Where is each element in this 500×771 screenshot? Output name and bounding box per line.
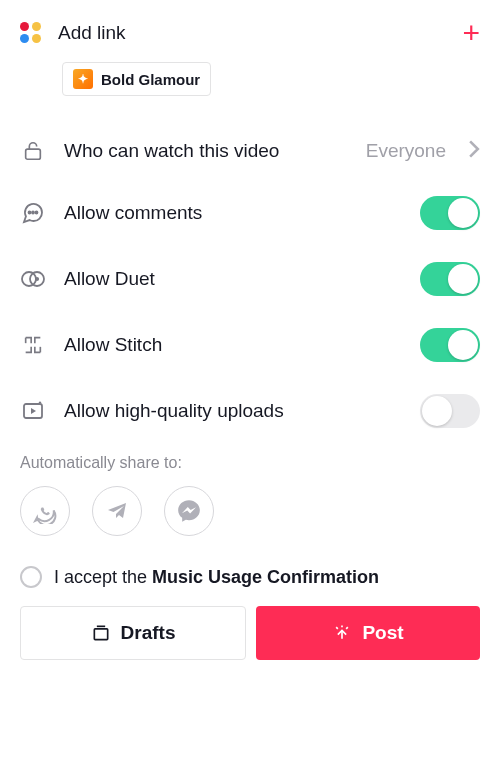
duet-label: Allow Duet xyxy=(64,268,402,290)
hq-toggle[interactable] xyxy=(420,394,480,428)
drafts-icon xyxy=(91,623,111,643)
accept-text: I accept the Music Usage Confirmation xyxy=(54,567,379,588)
share-whatsapp-button[interactable] xyxy=(20,486,70,536)
drafts-label: Drafts xyxy=(121,622,176,644)
music-confirmation-row[interactable]: I accept the Music Usage Confirmation xyxy=(20,566,480,588)
duet-row: Allow Duet xyxy=(20,246,480,312)
comments-label: Allow comments xyxy=(64,202,402,224)
svg-point-3 xyxy=(36,212,38,214)
privacy-value: Everyone xyxy=(366,140,446,162)
app-dots-icon xyxy=(20,22,42,44)
svg-point-1 xyxy=(29,212,31,214)
effect-name: Bold Glamour xyxy=(101,71,200,88)
add-link-label[interactable]: Add link xyxy=(58,22,126,44)
post-icon xyxy=(332,623,352,643)
lock-open-icon xyxy=(20,138,46,164)
stitch-toggle[interactable] xyxy=(420,328,480,362)
comment-icon xyxy=(20,200,46,226)
share-telegram-button[interactable] xyxy=(92,486,142,536)
chevron-right-icon xyxy=(468,140,480,162)
post-button[interactable]: Post xyxy=(256,606,480,660)
accept-bold: Music Usage Confirmation xyxy=(152,567,379,587)
hq-row: Allow high-quality uploads xyxy=(20,378,480,444)
share-section-label: Automatically share to: xyxy=(20,454,480,472)
svg-point-2 xyxy=(32,212,34,214)
stitch-row: Allow Stitch xyxy=(20,312,480,378)
accept-radio[interactable] xyxy=(20,566,42,588)
svg-rect-8 xyxy=(94,629,107,640)
accept-prefix: I accept the xyxy=(54,567,152,587)
add-link-plus-button[interactable]: + xyxy=(462,18,480,48)
hq-label: Allow high-quality uploads xyxy=(64,400,402,422)
stitch-label: Allow Stitch xyxy=(64,334,402,356)
svg-point-4 xyxy=(22,272,36,286)
post-label: Post xyxy=(362,622,403,644)
share-messenger-button[interactable] xyxy=(164,486,214,536)
upload-hq-icon xyxy=(20,398,46,424)
privacy-row[interactable]: Who can watch this video Everyone xyxy=(20,122,480,180)
effect-sparkle-icon: ✦ xyxy=(73,69,93,89)
comments-toggle[interactable] xyxy=(420,196,480,230)
duet-icon xyxy=(20,266,46,292)
stitch-icon xyxy=(20,332,46,358)
duet-toggle[interactable] xyxy=(420,262,480,296)
effect-chip[interactable]: ✦ Bold Glamour xyxy=(62,62,211,96)
svg-point-6 xyxy=(36,278,38,280)
comments-row: Allow comments xyxy=(20,180,480,246)
privacy-label: Who can watch this video xyxy=(64,140,348,162)
svg-rect-0 xyxy=(26,149,41,159)
drafts-button[interactable]: Drafts xyxy=(20,606,246,660)
